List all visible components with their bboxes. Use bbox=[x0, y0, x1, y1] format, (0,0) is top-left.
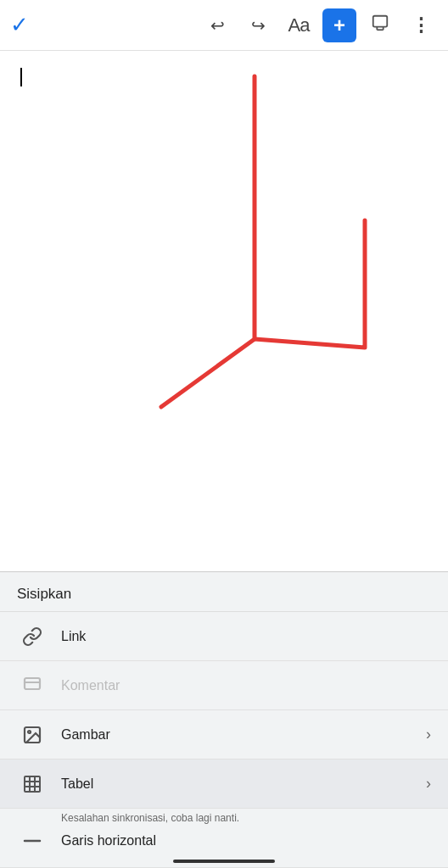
image-label: Gambar bbox=[61, 727, 426, 743]
sheet-title: Sisipkan bbox=[0, 572, 448, 612]
sheet-item-table[interactable]: Tabel › bbox=[0, 760, 448, 809]
comment-button[interactable] bbox=[363, 8, 397, 42]
toolbar: ✓ ↩ ↪ Aa + ⋮ bbox=[0, 0, 448, 51]
svg-rect-0 bbox=[373, 16, 388, 27]
sheet-item-image[interactable]: Gambar › bbox=[0, 710, 448, 760]
font-format-icon: Aa bbox=[288, 14, 310, 36]
link-label: Link bbox=[61, 629, 431, 644]
horizontal-line-label: Garis horizontal bbox=[61, 833, 431, 849]
font-format-button[interactable]: Aa bbox=[282, 8, 316, 42]
comment-toolbar-icon bbox=[371, 14, 389, 36]
add-icon: + bbox=[333, 14, 345, 37]
link-icon bbox=[17, 621, 48, 652]
svg-point-7 bbox=[28, 731, 31, 733]
sheet-item-link[interactable]: Link bbox=[0, 612, 448, 661]
redo-icon: ↪ bbox=[251, 15, 266, 36]
table-chevron-icon: › bbox=[426, 775, 431, 793]
toolbar-right-icons: ↩ ↪ Aa + ⋮ bbox=[200, 8, 438, 42]
svg-rect-8 bbox=[25, 776, 40, 792]
table-icon bbox=[17, 769, 48, 799]
comment-label: Komentar bbox=[61, 678, 431, 693]
undo-icon: ↩ bbox=[210, 15, 225, 36]
sheet-item-comment[interactable]: Komentar bbox=[0, 661, 448, 710]
svg-rect-4 bbox=[25, 678, 40, 689]
image-icon bbox=[17, 720, 48, 750]
horizontal-line-icon bbox=[17, 826, 48, 856]
text-cursor bbox=[20, 68, 22, 86]
image-chevron-icon: › bbox=[426, 726, 431, 743]
check-button[interactable]: ✓ bbox=[10, 12, 29, 38]
document-area[interactable] bbox=[0, 51, 448, 509]
more-button[interactable]: ⋮ bbox=[404, 8, 438, 42]
table-label: Tabel bbox=[61, 776, 426, 792]
comment-icon bbox=[17, 670, 48, 701]
bottom-sheet: Sisipkan Link Komentar Gam bbox=[0, 571, 448, 868]
undo-button[interactable]: ↩ bbox=[200, 8, 234, 42]
sync-error-text: Kesalahan sinkronisasi, coba lagi nanti. bbox=[61, 812, 239, 824]
more-icon: ⋮ bbox=[412, 14, 431, 36]
add-button[interactable]: + bbox=[322, 8, 356, 42]
home-indicator bbox=[173, 860, 275, 863]
redo-button[interactable]: ↪ bbox=[241, 8, 275, 42]
